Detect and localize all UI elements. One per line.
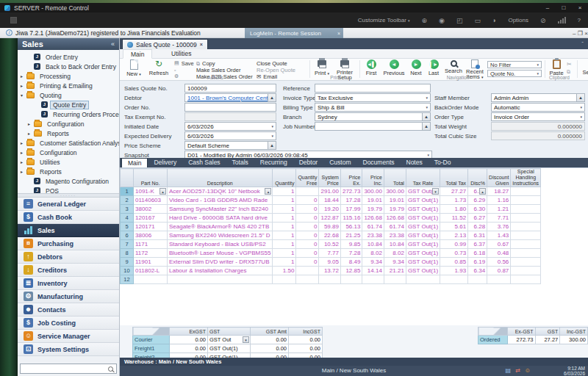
- grid-cell[interactable]: [406, 275, 440, 284]
- branch-field[interactable]: Sydney▲: [315, 112, 431, 121]
- grid-cell[interactable]: 19.79: [362, 205, 384, 214]
- grid-cell[interactable]: [296, 275, 319, 284]
- tree-item[interactable]: ▾Quoting: [18, 90, 119, 100]
- copy-small-icon[interactable]: ⧉: [567, 69, 572, 75]
- grid-cell[interactable]: [384, 275, 406, 284]
- grid-cell[interactable]: [134, 275, 168, 284]
- grid-cell[interactable]: 0: [296, 196, 319, 205]
- grid-column-header[interactable]: Total: [384, 169, 406, 187]
- maximize-button[interactable]: □: [556, 4, 572, 11]
- grid-cell[interactable]: [296, 267, 319, 275]
- next-button[interactable]: ► Next: [408, 59, 424, 76]
- grid-cell[interactable]: 1: [273, 187, 296, 196]
- grid-cell[interactable]: [319, 275, 340, 284]
- grid-column-header[interactable]: Tax Rate: [406, 169, 440, 187]
- grid-cell[interactable]: 1: [273, 205, 296, 214]
- tree-collapsed-icon[interactable]: ▸: [21, 140, 26, 145]
- grid-cell[interactable]: 9.34: [362, 258, 384, 267]
- grid-cell[interactable]: 38006: [134, 231, 168, 240]
- cell-lookup-button[interactable]: ▴: [479, 188, 486, 195]
- module-item-system-settings[interactable]: ⊡System Settings: [18, 343, 119, 356]
- save-button[interactable]: ▤Save: [174, 60, 194, 66]
- grid-cell[interactable]: 17.99: [340, 205, 362, 214]
- grid-cell[interactable]: 6.30: [468, 205, 487, 214]
- expected-delivery-dropdown-icon[interactable]: ▾: [271, 134, 273, 138]
- grid-cell[interactable]: 1091-K▴: [134, 187, 168, 196]
- grid-cell[interactable]: 1.50: [273, 267, 296, 275]
- refresh-button[interactable]: ↻ Refresh: [146, 59, 171, 76]
- grid-cell[interactable]: GST Out(1): [406, 240, 440, 249]
- tree-item[interactable]: JMagento Configuration: [18, 176, 119, 186]
- tree-item[interactable]: ▸Printing & Emailing: [18, 81, 119, 90]
- tree-item[interactable]: JOrder Entry: [18, 52, 119, 62]
- module-item-job-costing[interactable]: $Job Costing: [18, 317, 119, 330]
- close-quote-button[interactable]: Close Quote: [257, 60, 295, 67]
- grid-cell[interactable]: GST Out(1): [406, 267, 440, 275]
- grid-row-number[interactable]: 10: [121, 267, 134, 275]
- snapshot-dropdown-icon[interactable]: ▾: [427, 153, 429, 157]
- grid-cell[interactable]: 18.27: [487, 187, 511, 196]
- grid-cell[interactable]: 2.13: [440, 231, 468, 240]
- grid-cell[interactable]: [511, 240, 541, 249]
- zoom-icon[interactable]: ⊕: [422, 17, 428, 24]
- ribbon-tab-main[interactable]: Main: [123, 49, 152, 59]
- last-button[interactable]: ▌► Last: [426, 59, 442, 76]
- grid-cell[interactable]: 1.93: [440, 267, 468, 275]
- grid-cell[interactable]: 19.79: [384, 205, 406, 214]
- order-type-dropdown-icon[interactable]: ▾: [580, 115, 582, 119]
- grid-cell[interactable]: 61.74: [384, 223, 406, 231]
- grid-cell[interactable]: 1171: [134, 240, 168, 249]
- reopen-quote-button[interactable]: Re-Open Quote: [257, 67, 295, 73]
- grid-cell[interactable]: 115.16: [340, 214, 362, 223]
- grid-cell[interactable]: 61.74: [362, 223, 384, 231]
- grid-cell[interactable]: [468, 275, 487, 284]
- grid-cell[interactable]: [511, 223, 541, 231]
- tree-item[interactable]: JPOS: [18, 186, 119, 193]
- grid-cell[interactable]: [511, 275, 541, 284]
- grid-cell[interactable]: 291.00: [319, 187, 340, 196]
- grid-cell[interactable]: 1172: [134, 249, 168, 258]
- search-field-dropdown[interactable]: Quote No.▾: [487, 70, 542, 77]
- grid-row-number[interactable]: 3: [121, 205, 134, 214]
- grid-cell[interactable]: 59.89: [319, 223, 340, 231]
- grid-cell[interactable]: 0: [296, 214, 319, 223]
- tree-collapsed-icon[interactable]: ▸: [21, 169, 26, 174]
- grid-cell[interactable]: 9.05: [319, 258, 340, 267]
- grid-cell[interactable]: 8.02: [384, 249, 406, 258]
- debtor-lookup-button[interactable]: ▲: [268, 94, 276, 101]
- grid-cell[interactable]: 0: [296, 240, 319, 249]
- view-eye-icon[interactable]: ◉: [439, 17, 445, 24]
- tree-item[interactable]: ▸Configuration: [18, 119, 119, 129]
- grid-cell[interactable]: 23.38: [362, 231, 384, 240]
- grid-cell[interactable]: [511, 249, 541, 258]
- module-item-general-ledger[interactable]: ≡General Ledger: [18, 198, 119, 211]
- branch-lookup-button[interactable]: ▲: [422, 113, 430, 120]
- module-item-manufacturing[interactable]: ⚙Manufacturing: [18, 290, 119, 303]
- module-item-service-manager[interactable]: ☺Service Manager: [18, 330, 119, 343]
- grid-cell[interactable]: 19.20: [319, 205, 340, 214]
- initiated-date-field[interactable]: 6/03/2026▾: [184, 122, 276, 131]
- grid-cell[interactable]: 14.14: [362, 267, 384, 275]
- ribbon-tab-utilities[interactable]: Utilities: [164, 49, 198, 59]
- grid-cell[interactable]: 9.34: [384, 258, 406, 267]
- grid-cell[interactable]: 0.48: [487, 249, 511, 258]
- grid-row-number[interactable]: 8: [121, 249, 134, 258]
- job-number-field[interactable]: ▲: [315, 122, 431, 131]
- grid-cell[interactable]: 0: [296, 231, 319, 240]
- freight-exgst-cell[interactable]: 0.00: [170, 344, 208, 353]
- tree-item[interactable]: JRecurring Orders Processing: [18, 109, 119, 119]
- grid-cell[interactable]: Samsung SyncMaster 22" Inch B2240: [168, 205, 273, 214]
- grid-cell[interactable]: Bluetooth® Laser Mouse - VGPBMS55: [168, 249, 273, 258]
- grid-cell[interactable]: [362, 275, 384, 284]
- grid-row-number[interactable]: 6: [121, 231, 134, 240]
- sidebar-search-input[interactable]: [21, 365, 108, 372]
- grid-column-header[interactable]: System Price: [319, 169, 340, 187]
- grid-cell[interactable]: [273, 275, 296, 284]
- grid-cell[interactable]: 18.44: [319, 196, 340, 205]
- order-type-field[interactable]: Invoice Order▾: [491, 112, 585, 121]
- sidebar-collapse-icon[interactable]: «: [111, 40, 115, 48]
- grid-cell[interactable]: [511, 258, 541, 267]
- monitor-icon[interactable]: ▭: [474, 17, 481, 24]
- previous-button[interactable]: ◄ Previous: [381, 59, 406, 76]
- grid-cell[interactable]: 300.00: [384, 187, 406, 196]
